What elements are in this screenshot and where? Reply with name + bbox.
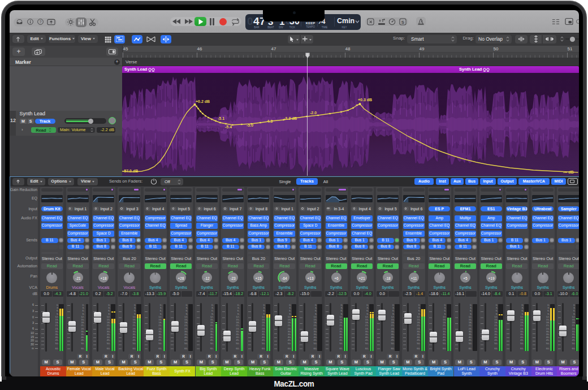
svg-text:S: S <box>401 19 404 24</box>
svg-text:+13: +13 <box>307 276 313 280</box>
svg-text:+28: +28 <box>178 276 184 280</box>
svg-text:-23: -23 <box>230 276 236 280</box>
svg-text:+18: +18 <box>101 276 107 280</box>
svg-text:+6: +6 <box>334 276 339 280</box>
svg-text:+15: +15 <box>256 276 262 280</box>
svg-text:+19: +19 <box>488 276 494 280</box>
svg-text:-64: -64 <box>282 276 287 280</box>
svg-text:-18: -18 <box>385 276 391 280</box>
svg-text:+11: +11 <box>410 276 417 280</box>
svg-text:+21: +21 <box>359 276 365 280</box>
svg-text:+5: +5 <box>463 276 468 280</box>
svg-text:-21: -21 <box>75 276 81 280</box>
svg-text:-12: -12 <box>204 276 210 280</box>
svg-text:?: ? <box>39 20 41 24</box>
